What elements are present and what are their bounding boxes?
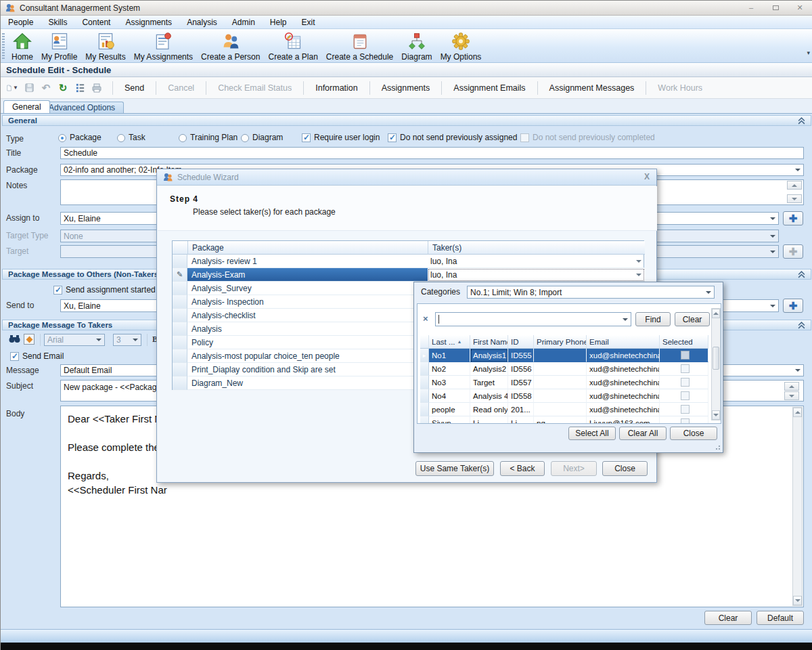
- taker-combo[interactable]: luo, Ina: [428, 255, 645, 268]
- grid-cell[interactable]: [534, 362, 587, 376]
- row-selector-editing[interactable]: ✎: [173, 268, 187, 282]
- undo-icon[interactable]: ↶: [40, 82, 52, 94]
- subject-spin-down-icon[interactable]: [784, 391, 799, 400]
- selected-checkbox[interactable]: [660, 416, 708, 424]
- assignments-button[interactable]: Assignments: [375, 83, 437, 93]
- radio-diagram[interactable]: Diagram: [241, 133, 283, 143]
- assign-to-add-button[interactable]: ✚: [783, 211, 803, 225]
- column-header-first-name[interactable]: First Name: [470, 335, 508, 349]
- scroll-up-icon[interactable]: [793, 408, 802, 417]
- grid-cell-focused[interactable]: Analysis1: [470, 349, 508, 362]
- row-selector[interactable]: [173, 349, 187, 363]
- menu-item-exit[interactable]: Exit: [294, 16, 323, 29]
- picker-close-button[interactable]: Close: [670, 427, 717, 440]
- row-selector[interactable]: [420, 362, 429, 376]
- grid-scrollbar[interactable]: [711, 308, 721, 420]
- row-selector[interactable]: [173, 295, 187, 309]
- row-selector[interactable]: [173, 255, 187, 268]
- toolbar-grip[interactable]: [2, 33, 5, 59]
- send-button[interactable]: Send: [118, 83, 151, 93]
- selected-checkbox[interactable]: [660, 349, 708, 362]
- send-to-add-button[interactable]: ✚: [783, 299, 803, 313]
- minimize-icon[interactable]: –: [742, 3, 760, 12]
- grid-cell[interactable]: No3: [429, 376, 470, 389]
- grid-cell[interactable]: Read only: [470, 403, 508, 416]
- default-button[interactable]: Default: [757, 611, 804, 625]
- grid-cell[interactable]: No4: [429, 389, 470, 403]
- column-header-takers[interactable]: Taker(s): [428, 241, 645, 255]
- scroll-down-icon[interactable]: [712, 410, 720, 420]
- grid-cell[interactable]: No2: [429, 362, 470, 376]
- grid-cell[interactable]: [534, 349, 587, 362]
- toolbar-overflow-icon[interactable]: ▾: [807, 49, 810, 56]
- package-cell[interactable]: Analysis- review 1: [187, 255, 428, 268]
- grid-cell[interactable]: Target: [470, 376, 508, 389]
- grid-cell[interactable]: [534, 403, 587, 416]
- assignment-emails-button[interactable]: Assignment Emails: [447, 83, 532, 93]
- grid-cell[interactable]: xud@shinetechchina...: [587, 362, 660, 376]
- row-selector[interactable]: [173, 336, 187, 349]
- binoculars-icon[interactable]: [9, 334, 20, 346]
- collapse-chevron-icon[interactable]: [798, 271, 805, 280]
- row-selector[interactable]: [420, 389, 429, 403]
- toolbar-diagram[interactable]: Diagram: [397, 29, 436, 63]
- checkbox-send-email[interactable]: Send Email: [10, 351, 64, 362]
- wizard-close-button[interactable]: Close: [602, 461, 648, 476]
- grid-cell[interactable]: Analysis2: [470, 362, 508, 376]
- toolbar-my-options[interactable]: My Options: [436, 29, 486, 63]
- toolbar-my-profile[interactable]: My Profile: [37, 29, 81, 63]
- body-scrollbar[interactable]: [792, 407, 803, 606]
- find-button[interactable]: Find: [635, 312, 671, 326]
- clear-search-button[interactable]: Clear: [675, 312, 710, 326]
- menu-item-admin[interactable]: Admin: [225, 16, 263, 29]
- package-cell[interactable]: Diagram_New: [187, 376, 428, 390]
- row-selector[interactable]: [173, 282, 187, 295]
- taker-combo-editing[interactable]: luo, Ina: [428, 268, 645, 282]
- row-selector[interactable]: [173, 322, 187, 336]
- menu-item-skills[interactable]: Skills: [41, 16, 74, 29]
- grid-cell[interactable]: ID556: [508, 362, 534, 376]
- refresh-icon[interactable]: ↻: [57, 82, 69, 94]
- radio-training-plan[interactable]: Training Plan: [179, 133, 238, 143]
- resize-grip[interactable]: [713, 443, 721, 451]
- grid-cell[interactable]: people: [429, 403, 470, 416]
- row-selector[interactable]: [173, 363, 187, 376]
- grid-cell[interactable]: ID558: [508, 389, 534, 403]
- close-icon[interactable]: ✕: [791, 3, 809, 12]
- work-hours-button[interactable]: Work Hours: [651, 83, 709, 93]
- menu-item-assignments[interactable]: Assignments: [118, 16, 179, 29]
- save-icon[interactable]: [23, 82, 35, 94]
- grid-cell[interactable]: [534, 389, 587, 403]
- column-header-id[interactable]: ID: [508, 335, 534, 349]
- package-cell[interactable]: Analysis- Inspection: [187, 295, 428, 309]
- scrollbar-thumb[interactable]: [713, 347, 719, 370]
- search-combo[interactable]: [435, 312, 631, 326]
- selected-checkbox[interactable]: [660, 376, 708, 389]
- list-icon[interactable]: [74, 82, 86, 94]
- toolbar-home[interactable]: Home: [7, 29, 37, 63]
- checkbox-not-send-previously-completed[interactable]: Do not send previously completed: [520, 133, 655, 143]
- back-button[interactable]: < Back: [500, 461, 545, 476]
- toolbar-create-a-person[interactable]: Create a Person: [197, 29, 264, 63]
- checkbox-require-user-login[interactable]: Require user login: [302, 133, 380, 143]
- wizard-close-icon[interactable]: X: [644, 172, 650, 181]
- grid-cell[interactable]: ID555: [508, 349, 534, 362]
- radio-package[interactable]: Package: [58, 133, 102, 143]
- row-selector[interactable]: [420, 403, 429, 416]
- column-header-last-name[interactable]: Last ...▲: [429, 335, 470, 349]
- title-input[interactable]: Schedule: [60, 147, 804, 159]
- package-cell-selected[interactable]: Analysis-Exam: [187, 268, 428, 282]
- package-cell[interactable]: Analysis-checklist: [187, 309, 428, 322]
- notes-scroll-up-icon[interactable]: [787, 181, 802, 190]
- menu-item-content[interactable]: Content: [74, 16, 118, 29]
- column-header-selected[interactable]: Selected: [660, 335, 708, 349]
- column-header-primary-phone[interactable]: Primary Phone: [534, 335, 587, 349]
- information-button[interactable]: Information: [309, 83, 365, 93]
- clear-search-x-icon[interactable]: ×: [423, 313, 428, 324]
- clear-all-button[interactable]: Clear All: [619, 427, 667, 440]
- row-selector[interactable]: [173, 376, 187, 390]
- tab-general[interactable]: General: [3, 100, 50, 113]
- check-email-status-button[interactable]: Check Email Status: [211, 83, 298, 93]
- assignment-messages-button[interactable]: Assignment Messages: [543, 83, 641, 93]
- selected-checkbox[interactable]: [660, 389, 708, 403]
